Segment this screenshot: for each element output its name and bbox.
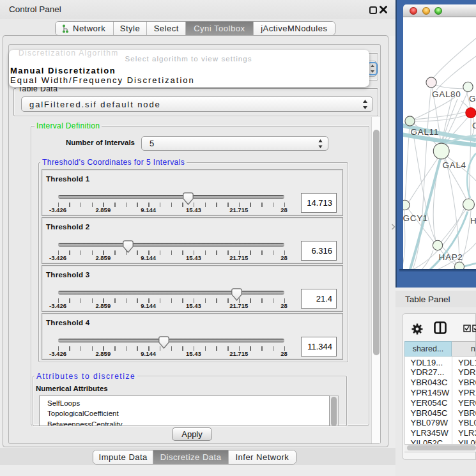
- svg-text:GAL11: GAL11: [411, 127, 440, 137]
- svg-text:HAP2: HAP2: [439, 252, 463, 262]
- svg-text:GAL4: GAL4: [443, 160, 466, 170]
- svg-text:GA: GA: [469, 94, 476, 104]
- svg-text:GAL80: GAL80: [432, 89, 461, 99]
- svg-text:C: C: [472, 121, 476, 130]
- svg-text:HA: HA: [470, 216, 476, 226]
- svg-text:GCY1: GCY1: [403, 213, 428, 223]
